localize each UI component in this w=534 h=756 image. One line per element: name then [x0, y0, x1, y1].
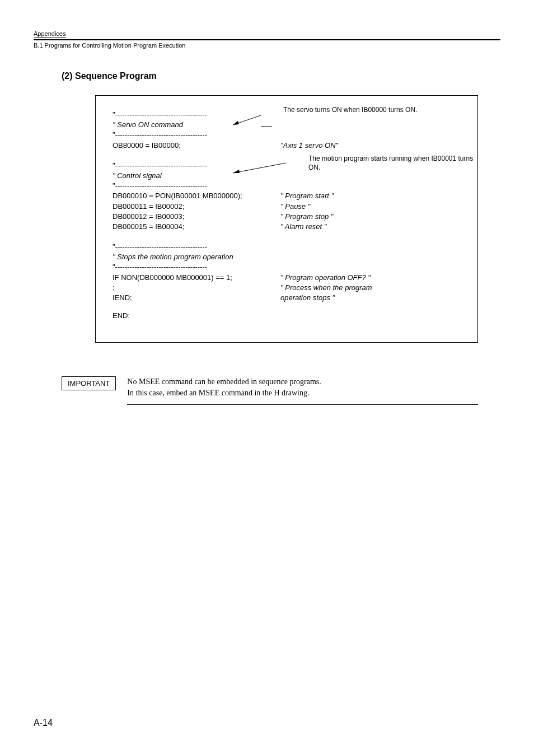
code-left: IF NON(DB000000 MB000001) == 1;: [113, 273, 280, 283]
important-line2: In this case, embed an MSEE command in t…: [127, 388, 478, 399]
code-left: IEND;: [113, 293, 280, 303]
code-right: " Program start ": [280, 191, 461, 201]
callout-servo-on: The servo turns ON when IB00000 turns ON…: [283, 106, 417, 115]
header-rule: [34, 39, 500, 40]
code-right: operation stops ": [280, 293, 461, 303]
code-left: OB80000 = IB00000;: [113, 141, 280, 151]
appendix-label: Appendices: [34, 30, 66, 38]
code-left: DB000012 = IB00003;: [113, 212, 280, 222]
important-label: IMPORTANT: [62, 376, 116, 390]
dash-line: "--------------------------------------: [113, 130, 461, 140]
page-number: A-14: [34, 718, 53, 728]
code-row: IF NON(DB000000 MB000001) == 1; " Progra…: [113, 273, 461, 283]
section-path: B.1 Programs for Controlling Motion Prog…: [34, 42, 500, 49]
callout-control-signal: The motion program starts running when I…: [308, 155, 477, 172]
important-section: IMPORTANT No MSEE command can be embedde…: [62, 376, 500, 404]
code-block-1: "-------------------------------------- …: [113, 110, 461, 151]
dash-line: "--------------------------------------: [113, 262, 461, 272]
code-row: DB000010 = PON(IB00001 MB000000); " Prog…: [113, 191, 461, 201]
block2-label: " Control signal: [113, 171, 461, 181]
code-right: " Alarm reset ": [280, 222, 461, 232]
important-text: No MSEE command can be embedded in seque…: [127, 376, 478, 404]
block1-label: " Servo ON command: [113, 120, 461, 130]
code-box: The servo turns ON when IB00000 turns ON…: [95, 95, 478, 343]
section-heading: (2) Sequence Program: [62, 71, 500, 81]
code-row: IEND; operation stops ": [113, 293, 461, 303]
code-right: " Pause ": [280, 202, 461, 212]
code-left: DB000011 = IB00002;: [113, 202, 280, 212]
code-right: " Program operation OFF? ": [280, 273, 461, 283]
code-row: DB000015 = IB00004; " Alarm reset ": [113, 222, 461, 232]
dash-line: "--------------------------------------: [113, 181, 461, 191]
page-header: Appendices B.1 Programs for Controlling …: [34, 28, 500, 49]
code-row: ; " Process when the program: [113, 283, 461, 293]
code-right: "Axis 1 servo ON": [280, 141, 461, 151]
code-left: DB000010 = PON(IB00001 MB000000);: [113, 191, 280, 201]
code-row: DB000012 = IB00003; " Program stop ": [113, 212, 461, 222]
dash-line: "--------------------------------------: [113, 242, 461, 252]
code-block-3: "-------------------------------------- …: [113, 242, 461, 321]
code-right: " Process when the program: [280, 283, 461, 293]
end-statement: END;: [113, 311, 461, 321]
code-row: DB000011 = IB00002; " Pause ": [113, 202, 461, 212]
block3-label: " Stops the motion program operation: [113, 252, 461, 262]
code-left: ;: [113, 283, 280, 293]
important-line1: No MSEE command can be embedded in seque…: [127, 376, 478, 388]
code-row: OB80000 = IB00000; "Axis 1 servo ON": [113, 141, 461, 151]
code-right: " Program stop ": [280, 212, 461, 222]
code-left: DB000015 = IB00004;: [113, 222, 280, 232]
